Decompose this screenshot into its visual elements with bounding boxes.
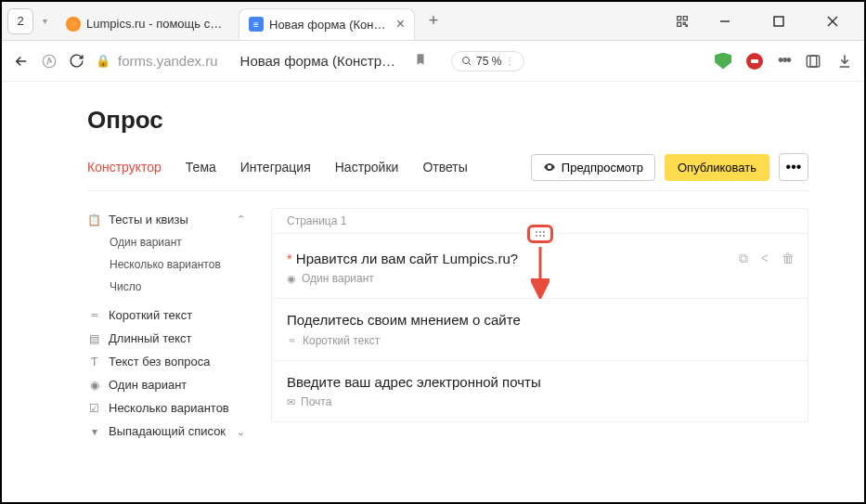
form-canvas: Страница 1 * Нравится ли вам сайт Lumpic… (271, 208, 808, 443)
sidebar-item-multi-variant[interactable]: ☑ Несколько вариантов (87, 396, 245, 420)
sidebar-label: Короткий текст (109, 308, 192, 322)
back-button[interactable] (13, 53, 30, 70)
reload-button[interactable] (69, 53, 84, 69)
mail-icon: ✉ (287, 396, 295, 408)
sidebar-sub-one-variant[interactable]: Один вариант (110, 231, 245, 253)
dropdown-icon: ▾ (87, 424, 101, 438)
nav-theme[interactable]: Тема (186, 160, 216, 174)
checkbox-icon: ☑ (87, 401, 101, 415)
extensions-menu-icon[interactable]: ••• (778, 51, 790, 71)
chevron-down-icon: ⌃ (237, 425, 245, 437)
short-text-icon: ＝ (287, 333, 297, 347)
nav-answers[interactable]: Ответы (422, 160, 467, 174)
short-text-icon: ＝ (87, 308, 101, 322)
svg-rect-10 (807, 56, 817, 67)
qr-icon[interactable] (675, 14, 690, 29)
sidebar-toggle-icon[interactable] (805, 53, 821, 70)
page-nav: Конструктор Тема Интеграция Настройки От… (87, 153, 808, 191)
text-icon: Ƭ (87, 355, 101, 368)
tab-title: Lumpics.ru - помощь с ком (86, 17, 224, 31)
adblock-icon[interactable] (746, 53, 763, 70)
preview-label: Предпросмотр (562, 161, 643, 174)
drag-handle[interactable] (527, 225, 553, 243)
question-type-label: Почта (301, 395, 331, 408)
yandex-icon[interactable] (41, 53, 58, 70)
nav-integration[interactable]: Интеграция (240, 160, 311, 174)
page-heading: Опрос (87, 106, 808, 135)
long-text-icon: ▤ (87, 331, 101, 345)
sidebar-item-short-text[interactable]: ＝ Короткий текст (87, 304, 245, 327)
svg-rect-1 (683, 16, 687, 19)
page-title-bar: Новая форма (Констр… (240, 53, 396, 69)
address-bar: 🔒 forms.yandex.ru Новая форма (Констр… 7… (2, 41, 864, 82)
nav-constructor[interactable]: Конструктор (87, 160, 162, 174)
zoom-indicator[interactable]: 75 % ⋮ (451, 51, 524, 71)
browser-tab-bar: 2 ▾ Lumpics.ru - помощь с ком ≡ Новая фо… (2, 2, 864, 41)
new-tab-button[interactable]: + (420, 8, 446, 34)
drag-dots-icon (536, 231, 545, 237)
question-card[interactable]: Введите ваш адрес электронной почты ✉ По… (271, 361, 808, 422)
tab-counter[interactable]: 2 (7, 8, 33, 34)
close-window-button[interactable] (814, 7, 851, 35)
question-type-label: Один вариант (302, 272, 374, 285)
sidebar-item-one-variant[interactable]: ◉ Один вариант (87, 373, 245, 396)
sidebar-label: Несколько вариантов (109, 401, 229, 415)
tab-dropdown-icon[interactable]: ▾ (39, 16, 51, 26)
bookmark-icon[interactable] (414, 53, 427, 70)
sidebar-item-no-question[interactable]: Ƭ Текст без вопроса (87, 350, 245, 373)
close-tab-icon[interactable]: × (396, 16, 405, 32)
url-box[interactable]: 🔒 forms.yandex.ru (96, 53, 218, 69)
favicon-lumpics-icon (66, 17, 81, 32)
preview-button[interactable]: Предпросмотр (531, 154, 655, 181)
clipboard-icon: 📋 (87, 213, 101, 226)
share-icon[interactable]: < (761, 251, 769, 266)
nav-settings[interactable]: Настройки (335, 160, 399, 174)
copy-icon[interactable]: ⧉ (739, 251, 748, 266)
sidebar-group-tests[interactable]: 📋 Тесты и квизы ⌃ (87, 208, 245, 231)
tab-inactive[interactable]: Lumpics.ru - помощь с ком (57, 8, 233, 40)
svg-rect-11 (810, 56, 820, 67)
sidebar-label: Текст без вопроса (109, 355, 210, 368)
sidebar-label: Длинный текст (109, 331, 192, 345)
svg-rect-4 (774, 17, 783, 26)
downloads-icon[interactable] (836, 53, 853, 70)
question-actions: ⧉ < 🗑 (739, 251, 795, 266)
question-card[interactable]: Поделитесь своим мнением о сайте ＝ Корот… (271, 299, 808, 361)
question-card[interactable]: * Нравится ли вам сайт Lumpics.ru? ◉ Оди… (271, 233, 808, 299)
chevron-up-icon: ⌃ (237, 213, 245, 226)
radio-icon: ◉ (87, 378, 101, 392)
svg-point-7 (43, 55, 56, 68)
sidebar: 📋 Тесты и квизы ⌃ Один вариант Несколько… (87, 208, 245, 443)
protect-shield-icon[interactable] (715, 53, 731, 70)
question-title: Нравится ли вам сайт Lumpics.ru? (296, 251, 518, 266)
publish-button[interactable]: Опубликовать (665, 154, 769, 181)
url-text: forms.yandex.ru (118, 53, 218, 69)
sidebar-item-dropdown[interactable]: ▾ Выпадающий список ⌃ (87, 420, 245, 443)
sidebar-label: Один вариант (109, 378, 187, 392)
more-button[interactable]: ••• (779, 153, 808, 181)
svg-line-9 (469, 62, 472, 65)
delete-icon[interactable]: 🗑 (782, 251, 795, 266)
question-title: Поделитесь своим мнением о сайте (287, 312, 521, 328)
svg-rect-0 (678, 16, 681, 19)
maximize-button[interactable] (760, 7, 797, 35)
sidebar-sub-number[interactable]: Число (110, 276, 245, 298)
tab-active[interactable]: ≡ Новая форма (Констру × (239, 8, 415, 40)
page-content: Опрос Конструктор Тема Интеграция Настро… (2, 82, 864, 443)
svg-rect-2 (678, 22, 681, 26)
radio-icon: ◉ (287, 273, 296, 285)
favicon-forms-icon: ≡ (249, 17, 264, 32)
minimize-button[interactable] (706, 7, 743, 35)
required-star-icon: * (287, 251, 292, 266)
sidebar-label: Выпадающий список (109, 424, 226, 438)
zoom-value: 75 % (476, 55, 501, 68)
sidebar-sub-multi-variant[interactable]: Несколько вариантов (110, 253, 245, 276)
lock-icon: 🔒 (96, 54, 110, 68)
svg-point-8 (463, 57, 470, 63)
question-type-label: Короткий текст (303, 334, 380, 347)
sidebar-item-long-text[interactable]: ▤ Длинный текст (87, 327, 245, 350)
sidebar-label: Тесты и квизы (109, 213, 188, 226)
tab-title: Новая форма (Констру (269, 18, 391, 32)
question-title: Введите ваш адрес электронной почты (287, 374, 541, 390)
